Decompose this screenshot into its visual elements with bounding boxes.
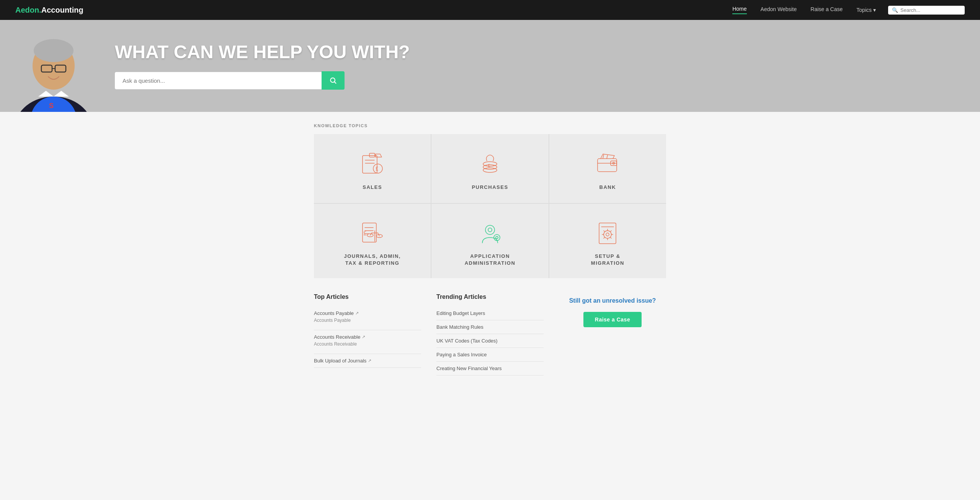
svg-rect-21 xyxy=(598,159,617,172)
svg-line-51 xyxy=(611,231,612,232)
knowledge-card-bank[interactable]: BANK xyxy=(549,134,666,203)
card-label-application: APPLICATION ADMINISTRATION xyxy=(465,253,516,267)
svg-text:£: £ xyxy=(363,230,366,236)
setup-icon xyxy=(594,219,621,247)
bank-icon xyxy=(594,150,621,178)
knowledge-card-setup[interactable]: SETUP & MIGRATION xyxy=(549,204,666,278)
card-label-sales: SALES xyxy=(363,184,382,191)
hero-content: WHAT CAN WE HELP YOU WITH? xyxy=(107,27,980,105)
logo-prefix: Aedon. xyxy=(15,6,41,14)
nav-link-home[interactable]: Home xyxy=(732,6,746,14)
search-icon: 🔍 xyxy=(892,7,898,13)
nav-link-aedon-website[interactable]: Aedon Website xyxy=(761,6,797,14)
hero-person-illustration: S xyxy=(11,20,96,112)
list-item: Creating New Financial Years xyxy=(436,362,544,375)
nav-links: Home Aedon Website Raise a Case Topics ▾ xyxy=(732,6,876,14)
logo-suffix: Accounting xyxy=(41,6,83,14)
trending-link-2[interactable]: UK VAT Codes (Tax Codes) xyxy=(436,338,544,344)
svg-line-24 xyxy=(603,155,604,158)
application-icon xyxy=(476,219,504,247)
external-link-icon: ↗ xyxy=(362,334,365,339)
top-article-link-bulk[interactable]: Bulk Upload of Journals ↗ xyxy=(314,358,421,364)
svg-point-40 xyxy=(496,236,498,239)
card-label-purchases: PURCHASES xyxy=(472,184,508,191)
list-item: Bulk Upload of Journals ↗ xyxy=(314,354,421,368)
logo[interactable]: Aedon.Accounting xyxy=(15,6,83,15)
svg-line-49 xyxy=(604,231,605,232)
card-label-bank: BANK xyxy=(599,184,616,191)
svg-rect-15 xyxy=(369,153,375,157)
purchases-icon: £ xyxy=(476,150,504,178)
hero-search-bar xyxy=(115,71,345,90)
svg-point-37 xyxy=(485,225,495,234)
hero-search-input[interactable] xyxy=(115,72,322,89)
svg-line-50 xyxy=(611,237,612,238)
nav-search-bar: 🔍 xyxy=(888,6,965,15)
svg-rect-10 xyxy=(363,156,377,173)
external-link-icon: ↗ xyxy=(368,358,371,363)
external-link-icon: ↗ xyxy=(355,311,359,316)
trending-link-0[interactable]: Editing Budget Layers xyxy=(436,310,544,316)
trending-link-3[interactable]: Paying a Sales Invoice xyxy=(436,352,544,357)
card-label-setup: SETUP & MIGRATION xyxy=(591,253,624,267)
knowledge-section-label: KNOWLEDGE TOPICS xyxy=(314,123,666,128)
top-article-sub-ar[interactable]: Accounts Receivable xyxy=(314,340,421,350)
list-item: UK VAT Codes (Tax Codes) xyxy=(436,334,544,348)
top-articles-list: Accounts Payable ↗ Accounts Payable Acco… xyxy=(314,307,421,368)
search-icon xyxy=(329,77,337,84)
svg-line-52 xyxy=(604,237,605,238)
main-content: KNOWLEDGE TOPICS £ SALES xyxy=(306,112,674,398)
svg-rect-41 xyxy=(599,223,616,244)
navigation: Aedon.Accounting Home Aedon Website Rais… xyxy=(0,0,980,20)
card-label-journals: JOURNALS, ADMIN, TAX & REPORTING xyxy=(344,253,400,267)
nav-link-topics[interactable]: Topics ▾ xyxy=(856,7,876,13)
hero-search-button[interactable] xyxy=(322,71,345,90)
raise-case-button[interactable]: Raise a Case xyxy=(583,312,642,327)
sales-icon: £ xyxy=(359,150,386,178)
svg-point-38 xyxy=(488,228,492,232)
list-item: Accounts Receivable ↗ Accounts Receivabl… xyxy=(314,330,421,354)
hero-section: S WHAT CAN WE HELP YOU WITH? xyxy=(0,20,980,112)
top-article-link-ap[interactable]: Accounts Payable ↗ xyxy=(314,310,421,316)
unresolved-section: Still got an unresolved issue? Raise a C… xyxy=(559,293,666,375)
knowledge-card-journals[interactable]: £ JOURNALS, ADMIN, TAX & REPORTING xyxy=(314,204,431,278)
knowledge-card-sales[interactable]: £ SALES xyxy=(314,134,431,203)
svg-line-9 xyxy=(335,82,336,84)
chevron-down-icon: ▾ xyxy=(873,7,876,13)
bottom-section: Top Articles Accounts Payable ↗ Accounts… xyxy=(314,293,666,375)
list-item: Bank Matching Rules xyxy=(436,320,544,334)
svg-text:£: £ xyxy=(488,162,490,168)
svg-text:S: S xyxy=(49,102,54,110)
nav-link-raise-case[interactable]: Raise a Case xyxy=(810,6,843,14)
svg-point-3 xyxy=(34,39,74,62)
svg-line-25 xyxy=(607,155,608,159)
hero-image: S xyxy=(0,20,107,112)
nav-search-input[interactable] xyxy=(900,7,961,13)
list-item: Paying a Sales Invoice xyxy=(436,348,544,362)
trending-articles-list: Editing Budget Layers Bank Matching Rule… xyxy=(436,307,544,375)
hero-title: WHAT CAN WE HELP YOU WITH? xyxy=(115,42,957,62)
journals-icon: £ xyxy=(359,219,386,247)
knowledge-card-application[interactable]: APPLICATION ADMINISTRATION xyxy=(431,204,548,278)
unresolved-title: Still got an unresolved issue? xyxy=(569,297,656,304)
trending-link-1[interactable]: Bank Matching Rules xyxy=(436,324,544,330)
trending-articles-section: Trending Articles Editing Budget Layers … xyxy=(436,293,544,375)
top-articles-title: Top Articles xyxy=(314,293,421,300)
top-article-link-ar[interactable]: Accounts Receivable ↗ xyxy=(314,334,421,340)
trending-articles-title: Trending Articles xyxy=(436,293,544,300)
svg-text:£: £ xyxy=(376,166,378,172)
list-item: Accounts Payable ↗ Accounts Payable xyxy=(314,307,421,330)
top-article-sub-ap[interactable]: Accounts Payable xyxy=(314,316,421,326)
knowledge-grid: £ SALES £ PURCHASES xyxy=(314,134,666,278)
svg-point-44 xyxy=(606,233,609,236)
top-articles-section: Top Articles Accounts Payable ↗ Accounts… xyxy=(314,293,421,375)
knowledge-card-purchases[interactable]: £ PURCHASES xyxy=(431,134,548,203)
list-item: Editing Budget Layers xyxy=(436,307,544,320)
trending-link-4[interactable]: Creating New Financial Years xyxy=(436,366,544,371)
